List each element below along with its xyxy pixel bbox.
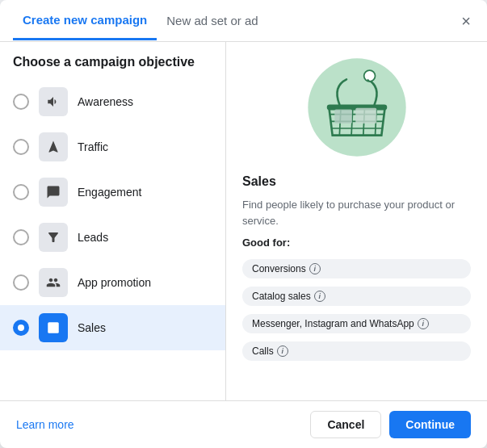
traffic-label: Traffic bbox=[78, 140, 108, 153]
tag-messenger-label: Messenger, Instagram and WhatsApp bbox=[252, 318, 414, 329]
create-campaign-modal: Create new campaign New ad set or ad × C… bbox=[0, 0, 487, 448]
right-panel: Sales Find people likely to purchase you… bbox=[226, 42, 487, 400]
svg-rect-0 bbox=[48, 322, 59, 333]
close-button[interactable]: × bbox=[458, 10, 474, 32]
tag-catalog-sales: Catalog sales i bbox=[242, 287, 471, 306]
tag-conversions: Conversions i bbox=[242, 259, 471, 278]
continue-button[interactable]: Continue bbox=[389, 411, 471, 438]
footer-buttons: Cancel Continue bbox=[310, 411, 471, 438]
good-for-label: Good for: bbox=[242, 237, 471, 249]
sales-illustration bbox=[242, 55, 471, 160]
right-panel-title: Sales bbox=[242, 174, 471, 189]
tag-calls-label: Calls bbox=[252, 345, 274, 357]
tab-new-ad-set[interactable]: New ad set or ad bbox=[157, 2, 267, 39]
awareness-icon bbox=[39, 87, 68, 116]
modal-body: Choose a campaign objective Awareness Tr… bbox=[0, 42, 487, 400]
objective-app-promotion[interactable]: App promotion bbox=[0, 260, 225, 305]
modal-header: Create new campaign New ad set or ad × bbox=[0, 0, 487, 42]
radio-leads bbox=[13, 229, 29, 245]
sales-icon bbox=[39, 313, 68, 342]
radio-app-promotion bbox=[13, 274, 29, 291]
radio-engagement bbox=[13, 184, 29, 200]
objective-leads[interactable]: Leads bbox=[0, 215, 225, 260]
engagement-label: Engagement bbox=[78, 186, 141, 199]
radio-awareness bbox=[13, 94, 29, 110]
svg-rect-10 bbox=[334, 110, 352, 124]
messenger-info-icon[interactable]: i bbox=[418, 318, 429, 329]
tags-list: Conversions i Catalog sales i Messenger,… bbox=[242, 257, 471, 363]
app-promotion-label: App promotion bbox=[78, 276, 151, 289]
svg-point-12 bbox=[363, 70, 375, 82]
radio-sales bbox=[13, 320, 29, 336]
tag-messenger: Messenger, Instagram and WhatsApp i bbox=[242, 314, 471, 333]
tab-create-campaign[interactable]: Create new campaign bbox=[13, 2, 157, 40]
tag-catalog-sales-label: Catalog sales bbox=[252, 291, 311, 302]
leads-label: Leads bbox=[78, 231, 108, 244]
catalog-sales-info-icon[interactable]: i bbox=[314, 291, 325, 302]
tag-calls: Calls i bbox=[242, 341, 471, 361]
objective-sales[interactable]: Sales bbox=[0, 305, 225, 350]
objective-engagement[interactable]: Engagement bbox=[0, 170, 225, 215]
tag-conversions-label: Conversions bbox=[252, 263, 306, 274]
learn-more-link[interactable]: Learn more bbox=[16, 418, 74, 431]
leads-icon bbox=[39, 223, 68, 252]
awareness-label: Awareness bbox=[78, 95, 133, 108]
traffic-icon bbox=[39, 132, 68, 161]
svg-rect-11 bbox=[355, 108, 376, 124]
radio-traffic bbox=[13, 139, 29, 155]
objective-awareness[interactable]: Awareness bbox=[0, 79, 225, 124]
panel-title: Choose a campaign objective bbox=[0, 42, 225, 79]
engagement-icon bbox=[39, 178, 68, 207]
modal-footer: Learn more Cancel Continue bbox=[0, 400, 487, 448]
cancel-button[interactable]: Cancel bbox=[310, 411, 381, 438]
calls-info-icon[interactable]: i bbox=[277, 345, 288, 357]
right-panel-description: Find people likely to purchase your prod… bbox=[242, 197, 471, 228]
conversions-info-icon[interactable]: i bbox=[309, 263, 321, 274]
sales-label: Sales bbox=[78, 321, 106, 334]
left-panel: Choose a campaign objective Awareness Tr… bbox=[0, 42, 226, 400]
objective-traffic[interactable]: Traffic bbox=[0, 124, 225, 170]
app-promotion-icon bbox=[39, 268, 68, 297]
